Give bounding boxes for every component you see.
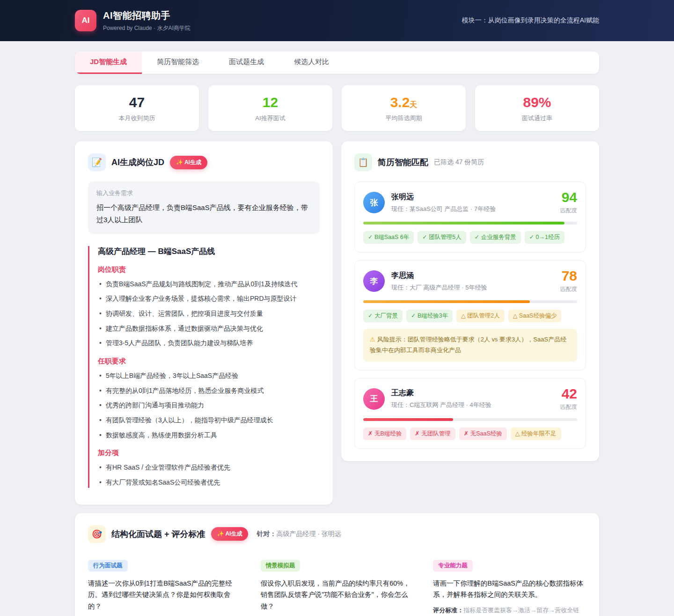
avatar: 王 <box>363 388 385 410</box>
jd-bullet-item: 建立产品数据指标体系，通过数据驱动产品决策与优化 <box>98 324 320 334</box>
jd-bullet-item: 深入理解企业客户业务场景，提炼核心需求，输出PRD与原型设计 <box>98 294 320 304</box>
jd-bullet-item: 有完整的从0到1产品落地经历，熟悉企业服务商业模式 <box>98 386 320 396</box>
match-tag: ✗ 无团队管理 <box>410 428 455 440</box>
interview-panel: 🎯 结构化面试题 + 评分标准 ✨ AI生成 针对：高级产品经理 · 张明远 行… <box>75 513 599 616</box>
jd-bullet-item: 协调研发、设计、运营团队，把控项目进度与交付质量 <box>98 309 320 319</box>
question-card: 专业能力题 请画一下你理解的B端SaaS产品的核心数据指标体系，并解释各指标之间… <box>433 553 586 616</box>
jd-panel-title: AI生成岗位JD <box>111 157 164 168</box>
stat-value: 47 <box>75 94 199 110</box>
criteria-label: 评分标准： <box>433 607 463 614</box>
jd-bullet-item: 有大厂背景或知名SaaS公司经验者优先 <box>98 478 320 488</box>
interview-target-label: 针对： <box>256 530 276 537</box>
match-progress-track <box>363 300 577 303</box>
tab-bar: JD智能生成简历智能筛选面试题生成候选人对比 <box>75 51 599 74</box>
match-tag: ✓ B端经验3年 <box>406 310 453 322</box>
match-score: 42 <box>560 387 577 401</box>
stat-number: 89% <box>523 94 551 110</box>
match-score: 78 <box>560 269 577 283</box>
app-logo: AI <box>75 10 96 31</box>
match-progress-fill <box>363 222 564 225</box>
jd-bullet-item: 5年以上B端产品经验，3年以上SaaS产品经验 <box>98 371 320 381</box>
interview-panel-title: 结构化面试题 + 评分标准 <box>111 529 205 540</box>
match-tag: ✓ 0→1经历 <box>525 231 564 244</box>
stat-value: 3.2天 <box>342 94 466 110</box>
jd-item-list: 负责B端SaaS产品规划与路线图制定，推动产品从0到1及持续迭代深入理解企业客户… <box>98 279 320 348</box>
stat-value: 89% <box>475 94 599 110</box>
jd-section-heading: 岗位职责 <box>98 265 320 274</box>
candidate-current-role: 现任：大厂 高级产品经理 · 5年经验 <box>391 283 560 292</box>
app-subtitle: Powered by Claude · 水夕AI商学院 <box>103 24 190 32</box>
match-tag: ✓ 团队管理5人 <box>418 231 466 244</box>
question-category-badge: 情景模拟题 <box>261 560 300 572</box>
candidate-card[interactable]: 张 张明远 现任：某SaaS公司 产品总监 · 7年经验 94 匹配度 ✓ B端… <box>354 181 586 253</box>
candidate-card[interactable]: 王 王志豪 现任：C端互联网 产品经理 · 4年经验 42 匹配度 ✗ 无B端经… <box>354 378 586 449</box>
question-criteria: 评分标准：指标是否覆盖获客→激活→留存→营收全链路、是否理解北极星指标 <box>433 605 586 616</box>
jd-section-heading: 任职要求 <box>98 357 320 366</box>
jd-section: 岗位职责 负责B端SaaS产品规划与路线图制定，推动产品从0到1及持续迭代深入理… <box>98 265 320 348</box>
tag-list: ✓ 大厂背景✓ B端经验3年△ 团队管理2人△ SaaS经验偏少 <box>363 310 577 322</box>
stats-row: 47 本月收到简历 12 AI推荐面试 3.2天 平均筛选周期 89% 面试通过… <box>75 85 599 131</box>
target-icon: 🎯 <box>88 525 106 543</box>
jd-sections: 岗位职责 负责B端SaaS产品规划与路线图制定，推动产品从0到1及持续迭代深入理… <box>98 265 320 488</box>
jd-item-list: 5年以上B端产品经验，3年以上SaaS产品经验有完整的从0到1产品落地经历，熟悉… <box>98 371 320 440</box>
stat-label: 平均筛选周期 <box>342 114 466 123</box>
stat-value: 12 <box>208 94 332 110</box>
tab[interactable]: JD智能生成 <box>75 51 142 74</box>
match-tag: △ 经验年限不足 <box>511 428 561 440</box>
jd-bullet-item: 管理3-5人产品团队，负责团队能力建设与梯队培养 <box>98 338 320 348</box>
jd-bullet-item: 数据敏感度高，熟练使用数据分析工具 <box>98 430 320 441</box>
requirement-input-text: 招一个高级产品经理，负责B端SaaS产品线，要有企业服务经验，带过3人以上团队 <box>96 202 311 226</box>
match-progress-track <box>363 222 577 225</box>
match-tag: ✓ B端SaaS 6年 <box>363 231 414 244</box>
stat-card: 12 AI推荐面试 <box>208 85 332 131</box>
match-progress-track <box>363 418 577 421</box>
candidate-name: 王志豪 <box>391 388 560 398</box>
jd-bullet-item: 有HR SaaS / 企业管理软件产品经验者优先 <box>98 463 320 473</box>
tab[interactable]: 面试题生成 <box>214 51 279 74</box>
risk-note: ⚠风险提示：团队管理经验略低于要求（2人 vs 要求3人），SaaS产品经验集中… <box>363 329 577 362</box>
requirement-input[interactable]: 输入业务需求 招一个高级产品经理，负责B端SaaS产品线，要有企业服务经验，带过… <box>88 181 320 234</box>
tag-list: ✗ 无B端经验✗ 无团队管理✗ 无SaaS经验△ 经验年限不足 <box>363 428 577 440</box>
warning-icon: ⚠ <box>370 336 375 343</box>
candidate-current-role: 现任：某SaaS公司 产品总监 · 7年经验 <box>391 205 560 213</box>
candidate-name: 李思涵 <box>391 271 560 281</box>
jd-result: 高级产品经理 — B端SaaS产品线 岗位职责 负责B端SaaS产品规划与路线图… <box>88 246 320 488</box>
tab[interactable]: 候选人对比 <box>279 51 344 74</box>
resume-panel: 📋 简历智能匹配 已筛选 47 份简历 张 张明远 现任：某SaaS公司 产品总… <box>341 141 599 461</box>
match-tag: ✗ 无B端经验 <box>363 428 406 440</box>
candidate-current-role: 现任：C端互联网 产品经理 · 4年经验 <box>391 401 560 409</box>
question-card: 情景模拟题 假设你入职后发现，当前产品的续约率只有60%，销售团队反馈客户说"功… <box>261 553 414 616</box>
match-progress-fill <box>363 418 453 421</box>
ai-generated-badge: ✨ AI生成 <box>170 156 207 169</box>
app-title: AI智能招聘助手 <box>103 9 190 22</box>
question-grid: 行为面试题 请描述一次你从0到1打造B端SaaS产品的完整经历。遇到过哪些关键决… <box>88 553 586 616</box>
match-score-label: 匹配度 <box>560 285 577 293</box>
candidate-name: 张明远 <box>391 192 560 202</box>
memo-icon: 📝 <box>88 153 106 171</box>
jd-panel: 📝 AI生成岗位JD ✨ AI生成 输入业务需求 招一个高级产品经理，负责B端S… <box>75 141 333 505</box>
match-tag: ✓ 企业服务背景 <box>470 231 521 244</box>
match-tag: ✗ 无SaaS经验 <box>459 428 507 440</box>
candidate-card[interactable]: 李 李思涵 现任：大厂 高级产品经理 · 5年经验 78 匹配度 ✓ 大厂背景✓… <box>354 260 586 370</box>
interview-target-value: 高级产品经理 · 张明远 <box>276 530 341 537</box>
stat-label: 本月收到简历 <box>75 114 199 123</box>
resume-panel-title: 简历智能匹配 <box>378 157 428 168</box>
stat-card: 47 本月收到简历 <box>75 85 199 131</box>
match-tag: ✓ 大厂背景 <box>363 310 403 322</box>
brand: AI AI智能招聘助手 Powered by Claude · 水夕AI商学院 <box>75 9 190 32</box>
stat-card: 3.2天 平均筛选周期 <box>342 85 466 131</box>
match-tag: △ SaaS经验偏少 <box>508 310 562 322</box>
jd-result-title: 高级产品经理 — B端SaaS产品线 <box>98 246 320 257</box>
question-category-badge: 行为面试题 <box>88 560 128 572</box>
tab[interactable]: 简历智能筛选 <box>142 51 214 74</box>
stat-number: 3.2 <box>390 94 410 110</box>
avatar: 李 <box>363 270 385 292</box>
app-header: AI AI智能招聘助手 Powered by Claude · 水夕AI商学院 … <box>0 0 674 41</box>
match-progress-fill <box>363 300 530 303</box>
clipboard-icon: 📋 <box>354 153 372 171</box>
avatar: 张 <box>363 192 385 213</box>
stat-number: 12 <box>263 94 278 110</box>
risk-text: 风险提示：团队管理经验略低于要求（2人 vs 要求3人），SaaS产品经验集中在… <box>370 336 566 354</box>
question-category-badge: 专业能力题 <box>433 560 473 572</box>
jd-bullet-item: 优秀的跨部门沟通与项目推动能力 <box>98 400 320 411</box>
